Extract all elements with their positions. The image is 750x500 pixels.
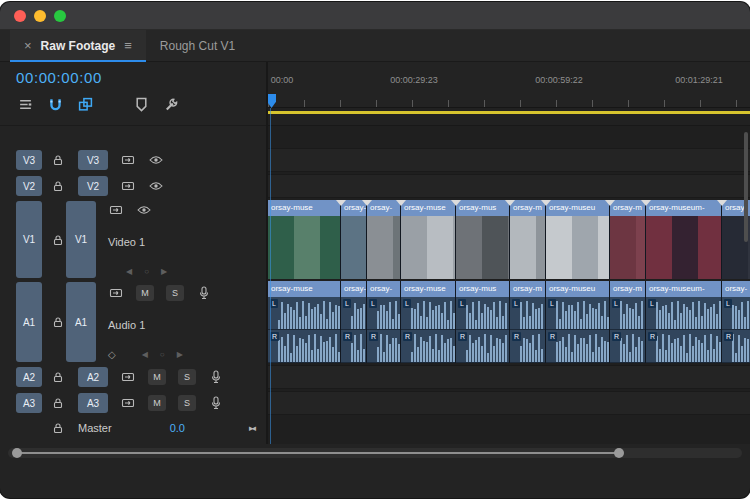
- source-patch-v1[interactable]: V1: [16, 201, 42, 278]
- lock-track-icon[interactable]: [50, 422, 66, 434]
- waveform-bar: [475, 320, 477, 329]
- tab-rough-cut-v1[interactable]: Rough Cut V1: [146, 30, 249, 61]
- lock-track-icon[interactable]: [50, 397, 66, 409]
- video-clip[interactable]: orsay-museu: [546, 200, 610, 279]
- audio-clip[interactable]: orsay-museuLR: [546, 281, 610, 363]
- sync-lock-icon[interactable]: [108, 204, 124, 216]
- audio-clip[interactable]: orsay-mLR: [610, 281, 646, 363]
- video-clip[interactable]: orsay-m: [610, 200, 646, 279]
- track-target-v2[interactable]: V2: [78, 176, 108, 196]
- prev-keyframe-icon[interactable]: ◀: [126, 267, 132, 276]
- source-patch-a3[interactable]: A3: [16, 393, 42, 413]
- lock-track-icon[interactable]: [50, 371, 66, 383]
- video-clip[interactable]: orsay-muse: [268, 200, 341, 279]
- solo-track-button[interactable]: S: [178, 395, 196, 411]
- panel-menu-icon[interactable]: ≡: [124, 38, 132, 53]
- track-target-v3[interactable]: V3: [78, 150, 108, 170]
- horizontal-zoom-scrollbar[interactable]: [16, 452, 620, 454]
- titlebar[interactable]: [0, 2, 750, 30]
- tab-raw-footage[interactable]: × Raw Footage ≡: [10, 30, 146, 61]
- video-clip[interactable]: orsay-mus: [456, 200, 510, 279]
- waveform-bar: [692, 346, 694, 362]
- audio-clip[interactable]: orsay-museLR: [401, 281, 456, 363]
- track-name-audio1[interactable]: Audio 1: [108, 319, 258, 331]
- close-panel-icon[interactable]: ×: [24, 38, 32, 53]
- timeline-track-v3[interactable]: [268, 148, 750, 172]
- waveform-bar: [589, 335, 591, 362]
- sync-lock-icon[interactable]: [120, 154, 136, 166]
- timeline-track-a2[interactable]: [268, 365, 750, 389]
- waveform-bar: [447, 339, 449, 362]
- toggle-track-output-icon[interactable]: [148, 155, 164, 165]
- timeline-track-a3[interactable]: [268, 391, 750, 415]
- lock-track-icon[interactable]: [50, 200, 66, 279]
- video-clip[interactable]: orsay-: [341, 200, 367, 279]
- lock-track-icon[interactable]: [50, 154, 66, 166]
- waveform-bar: [665, 350, 667, 362]
- minimize-window-button[interactable]: [34, 10, 46, 22]
- sync-lock-icon[interactable]: [108, 287, 124, 299]
- track-target-a2[interactable]: A2: [78, 367, 108, 387]
- add-keyframe-icon[interactable]: ○: [160, 350, 165, 359]
- timeline-settings-icon[interactable]: [162, 95, 180, 113]
- maximize-window-button[interactable]: [54, 10, 66, 22]
- next-keyframe-icon[interactable]: ▶: [177, 350, 183, 359]
- video-clip[interactable]: orsay-museum-: [646, 200, 722, 279]
- add-keyframe-icon[interactable]: ○: [144, 267, 149, 276]
- track-target-v1[interactable]: V1: [66, 201, 96, 278]
- lock-track-icon[interactable]: [50, 281, 66, 363]
- toggle-track-output-icon[interactable]: [136, 205, 152, 215]
- audio-clip[interactable]: orsay-museum-LR: [646, 281, 722, 363]
- time-ruler[interactable]: 00:0000:00:29:2300:00:59:2200:01:29:21: [268, 62, 750, 108]
- waveform-bar: [592, 352, 594, 362]
- video-clip[interactable]: orsay-: [367, 200, 401, 279]
- master-level-value[interactable]: 0.0: [170, 422, 185, 434]
- add-marker-icon[interactable]: [132, 95, 150, 113]
- vertical-scrollbar[interactable]: [744, 132, 748, 242]
- waveform-bar: [338, 352, 340, 362]
- sync-lock-icon[interactable]: [120, 180, 136, 192]
- source-patch-a1[interactable]: A1: [16, 282, 42, 362]
- audio-clip[interactable]: orsay-LR: [341, 281, 367, 363]
- mute-track-button[interactable]: M: [148, 395, 166, 411]
- audio-clip[interactable]: orsay-mLR: [510, 281, 546, 363]
- mute-track-button[interactable]: M: [148, 369, 166, 385]
- work-area-bar[interactable]: [268, 111, 750, 114]
- timeline-track-v2[interactable]: [268, 174, 750, 198]
- lock-track-icon[interactable]: [50, 180, 66, 192]
- track-target-a1[interactable]: A1: [66, 282, 96, 362]
- solo-track-button[interactable]: S: [178, 369, 196, 385]
- nest-toggle-icon[interactable]: [16, 95, 34, 113]
- solo-track-button[interactable]: S: [166, 285, 184, 301]
- source-patch-v3[interactable]: V3: [16, 150, 42, 170]
- audio-clip[interactable]: orsay-LR: [367, 281, 401, 363]
- snap-icon[interactable]: [46, 95, 64, 113]
- video-clip[interactable]: orsay-m: [510, 200, 546, 279]
- source-patch-a2[interactable]: A2: [16, 367, 42, 387]
- toggle-track-output-icon[interactable]: [148, 181, 164, 191]
- voiceover-record-icon[interactable]: [208, 370, 224, 384]
- voiceover-record-icon[interactable]: [196, 286, 212, 300]
- source-patch-v2[interactable]: V2: [16, 176, 42, 196]
- keyframe-diamond-icon[interactable]: ◇: [108, 349, 116, 360]
- timeline-track-v1[interactable]: orsay-museorsay-orsay-orsay-museorsay-mu…: [268, 200, 750, 279]
- close-window-button[interactable]: [14, 10, 26, 22]
- audio-clip[interactable]: orsay-museLR: [268, 281, 341, 363]
- audio-clip[interactable]: orsay-musLR: [456, 281, 510, 363]
- audio-clip[interactable]: orsay-LR: [722, 281, 750, 363]
- fit-sequence-icon[interactable]: ▸◂: [249, 423, 254, 433]
- linked-selection-icon[interactable]: [76, 95, 94, 113]
- waveform-bar: [380, 334, 382, 362]
- track-name-video1[interactable]: Video 1: [108, 236, 258, 248]
- voiceover-record-icon[interactable]: [208, 396, 224, 410]
- sync-lock-icon[interactable]: [120, 371, 136, 383]
- video-clip[interactable]: orsay-muse: [401, 200, 456, 279]
- prev-keyframe-icon[interactable]: ◀: [142, 350, 148, 359]
- sync-lock-icon[interactable]: [120, 397, 136, 409]
- track-target-a3[interactable]: A3: [78, 393, 108, 413]
- audio-channel-L: L: [546, 297, 609, 330]
- next-keyframe-icon[interactable]: ▶: [161, 267, 167, 276]
- mute-track-button[interactable]: M: [136, 285, 154, 301]
- timeline-track-a1[interactable]: orsay-museLRorsay-LRorsay-LRorsay-museLR…: [268, 281, 750, 363]
- playhead-timecode[interactable]: 00:00:00:00: [16, 69, 266, 86]
